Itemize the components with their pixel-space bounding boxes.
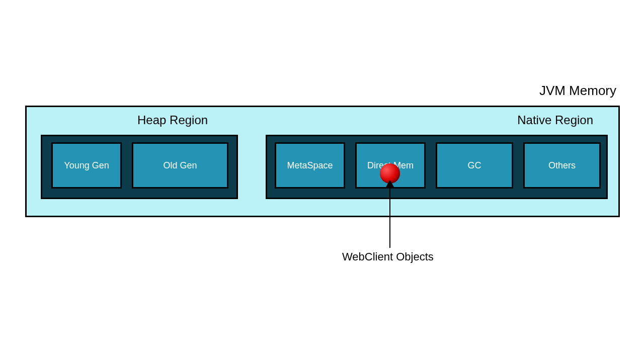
jvm-memory-box: Heap Region Native Region Young Gen Old … [25,106,620,217]
young-gen-cell: Young Gen [51,142,122,189]
heap-region-panel: Young Gen Old Gen [41,135,238,199]
diagram-canvas: JVM Memory Heap Region Native Region You… [0,0,644,362]
arrow-line [389,185,390,248]
gc-cell: GC [436,142,513,189]
native-region-panel: MetaSpace Direct Mem GC Others [266,135,608,199]
metaspace-cell: MetaSpace [275,142,345,189]
heap-region-title: Heap Region [137,113,208,127]
diagram-title: JVM Memory [539,83,616,99]
native-region-title: Native Region [517,113,593,127]
annotation-label: WebClient Objects [342,250,434,263]
old-gen-cell: Old Gen [132,142,228,189]
others-cell: Others [523,142,601,189]
